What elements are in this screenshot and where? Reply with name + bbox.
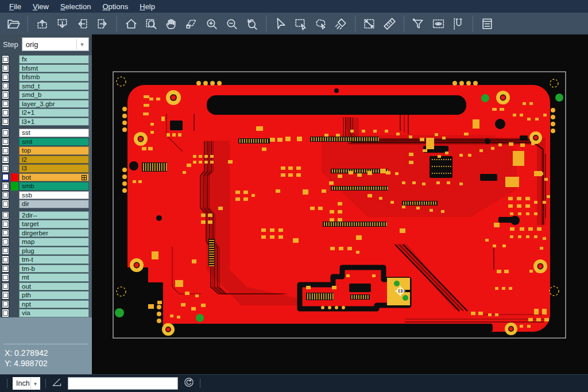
menu-view[interactable]: View xyxy=(27,1,55,12)
select-cursor-button[interactable] xyxy=(270,14,291,33)
angle-measure-icon[interactable] xyxy=(51,377,63,390)
layer-row-bot[interactable]: bot xyxy=(0,173,92,182)
layer-name[interactable]: smb xyxy=(19,182,89,191)
layer-checkbox[interactable] xyxy=(2,229,9,238)
layer-name[interactable]: layer_3.gbr xyxy=(19,100,89,108)
layer-row-dirgerber[interactable]: dirgerber xyxy=(0,229,92,238)
open-folder-button[interactable] xyxy=(3,14,24,33)
layer-checkbox[interactable] xyxy=(2,138,9,146)
layer-row-fx[interactable]: fx xyxy=(0,55,92,64)
layer-name[interactable]: dir xyxy=(19,200,89,208)
report-button[interactable] xyxy=(477,14,497,33)
layer-name[interactable]: ssb xyxy=(19,191,89,200)
layer-checkbox[interactable] xyxy=(2,82,9,91)
layer-name[interactable]: smt xyxy=(19,138,89,146)
layer-name[interactable]: smd_b xyxy=(19,91,89,99)
layer-name[interactable]: tm-b xyxy=(19,265,89,273)
select-poly-button[interactable] xyxy=(311,14,331,33)
layer-name[interactable]: sst xyxy=(19,129,89,137)
zoom-window-button[interactable] xyxy=(141,14,161,33)
menu-help[interactable]: Help xyxy=(134,1,161,12)
layer-row-target[interactable]: target xyxy=(0,220,92,228)
layer-name[interactable]: 2dir-- xyxy=(19,211,89,220)
layer-checkbox[interactable] xyxy=(2,73,9,81)
layer-row-npt[interactable]: npt xyxy=(0,300,92,309)
layer-checkbox[interactable] xyxy=(2,238,9,246)
layer-name[interactable]: fx xyxy=(19,55,89,64)
layer-name[interactable]: l2 xyxy=(19,156,89,164)
layer-checkbox[interactable] xyxy=(2,211,9,220)
layer-row-sst[interactable]: sst xyxy=(0,129,92,137)
ruler-button[interactable] xyxy=(380,14,400,33)
layer-row-top[interactable]: top xyxy=(0,146,92,155)
layer-checkbox[interactable] xyxy=(2,146,9,155)
layer-checkbox[interactable] xyxy=(2,164,9,173)
layer-color-swatch[interactable] xyxy=(11,173,18,182)
refresh-icon[interactable] xyxy=(183,377,195,390)
layer-checkbox[interactable] xyxy=(2,173,9,182)
layer-name[interactable]: via xyxy=(19,309,89,317)
layer-row-bfsmb[interactable]: bfsmb xyxy=(0,73,92,81)
layer-checkbox[interactable] xyxy=(2,265,9,273)
menu-options[interactable]: Options xyxy=(96,1,134,12)
layer-row-bfsmt[interactable]: bfsmt xyxy=(0,64,92,73)
layer-name[interactable]: pth xyxy=(19,291,89,300)
pan-hand-button[interactable] xyxy=(161,14,181,33)
layer-checkbox[interactable] xyxy=(2,282,9,291)
menu-selection[interactable]: Selection xyxy=(55,1,96,12)
layer-checkbox[interactable] xyxy=(2,118,9,126)
layer-row-dir[interactable]: dir xyxy=(0,200,92,208)
layer-row-tm-t[interactable]: tm-t xyxy=(0,255,92,264)
layer-row-mt[interactable]: mt xyxy=(0,273,92,282)
layer-checkbox[interactable] xyxy=(2,220,9,228)
shift-right-button[interactable] xyxy=(92,14,113,33)
layer-checkbox[interactable] xyxy=(2,291,9,300)
select-rect-button[interactable] xyxy=(291,14,311,33)
zoom-out-button[interactable] xyxy=(222,14,242,33)
layer-row-l2[interactable]: l2 xyxy=(0,156,92,164)
layer-checkbox[interactable] xyxy=(2,300,9,309)
layer-checkbox[interactable] xyxy=(2,100,9,108)
layer-row-l3+1[interactable]: l3+1 xyxy=(0,118,92,126)
layer-checkbox[interactable] xyxy=(2,55,9,64)
snap-button[interactable] xyxy=(448,14,469,33)
view-area-button[interactable] xyxy=(428,14,448,33)
clear-brush-button[interactable] xyxy=(331,14,351,33)
layer-name[interactable]: out xyxy=(19,282,89,291)
zoom-in-button[interactable] xyxy=(202,14,222,33)
layer-checkbox[interactable] xyxy=(2,247,9,255)
layer-name[interactable]: plug xyxy=(19,247,89,255)
layer-name[interactable]: mt xyxy=(19,273,89,282)
layer-name[interactable]: l2+1 xyxy=(19,108,89,117)
layer-name[interactable]: l3 xyxy=(19,164,89,173)
layer-row-pth[interactable]: pth xyxy=(0,291,92,300)
layer-checkbox[interactable] xyxy=(2,191,9,200)
layer-checkbox[interactable] xyxy=(2,91,9,99)
layer-checkbox[interactable] xyxy=(2,200,9,208)
layer-name[interactable]: tm-t xyxy=(19,255,89,264)
command-input[interactable] xyxy=(68,377,178,390)
menu-file[interactable]: File xyxy=(3,1,27,12)
layer-row-l3[interactable]: l3 xyxy=(0,164,92,173)
layer-row-tm-b[interactable]: tm-b xyxy=(0,265,92,273)
layer-row-smd_b[interactable]: smd_b xyxy=(0,91,92,99)
step-select[interactable]: orig ▾ xyxy=(22,37,89,51)
layer-row-map[interactable]: map xyxy=(0,238,92,246)
layer-checkbox[interactable] xyxy=(2,273,9,282)
layer-list-scrollbar[interactable] xyxy=(89,55,92,325)
home-button[interactable] xyxy=(121,14,141,33)
pcb-viewport[interactable] xyxy=(92,34,588,374)
layer-name[interactable]: l3+1 xyxy=(19,118,89,126)
layer-name[interactable]: bfsmt xyxy=(19,64,89,73)
layer-checkbox[interactable] xyxy=(2,182,9,191)
layer-name[interactable]: target xyxy=(19,220,89,228)
layer-row-smb[interactable]: smb xyxy=(0,182,92,191)
shift-down-button[interactable] xyxy=(52,14,72,33)
layer-name[interactable]: bfsmb xyxy=(19,73,89,81)
layer-name[interactable]: bot xyxy=(19,173,89,182)
layer-row-smt[interactable]: smt xyxy=(0,138,92,146)
layer-row-2dir--[interactable]: 2dir-- xyxy=(0,211,92,220)
layer-row-out[interactable]: out xyxy=(0,282,92,291)
layer-row-plug[interactable]: plug xyxy=(0,247,92,255)
shift-up-button[interactable] xyxy=(32,14,52,33)
